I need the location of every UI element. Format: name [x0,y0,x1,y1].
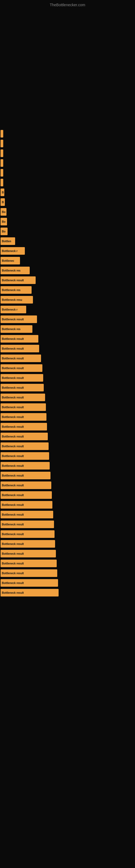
bar-row: Bottleneck result [1,588,135,597]
bar-row: Bottleneck result [1,490,135,500]
bar-row [1,148,135,158]
bar-fill: Bottleneck result [1,491,52,499]
bar-fill: Bottleneck result [1,423,47,431]
bar-fill: Bottleneck res [1,325,32,333]
bar-row: Bottleneck result [1,393,135,402]
bar-fill: Bottleneck result [1,394,45,401]
bar-fill: Bottleneck result [1,335,38,343]
bar-row [1,168,135,178]
bar-fill: Bottleneck result [1,403,46,411]
bar-row: Bottleneck result [1,422,135,432]
bar-fill: Bottleneck result [1,540,55,548]
bar-fill: Bottleneck result [1,384,44,392]
bar-fill: Bottleneck res [1,286,32,294]
bar-fill [1,169,3,177]
bar-fill: Bottleneck result [1,560,57,567]
bar-row: Bottleneck result [1,461,135,471]
bar-row: Bottlenec [1,256,135,266]
bar-fill: Bottleneck r [1,247,25,255]
site-title: TheBottlenecker.com [0,0,135,8]
bar-row: Bottleneck result [1,373,135,383]
bar-row: Bottleneck result [1,441,135,451]
bar-fill: B [1,198,5,206]
bar-row: Bottleneck result [1,432,135,441]
bar-fill: Bottleneck result [1,345,39,352]
bar-fill: Bo [1,208,6,216]
bar-fill: Bottleneck result [1,501,52,508]
bar-fill [1,140,3,147]
bar-row: Bottleneck res [1,266,135,275]
bar-fill: Bottleneck result [1,579,58,587]
bar-row: Bottleneck result [1,353,135,363]
bar-fill: Bottlenec [1,257,20,265]
bar-fill: Bottleneck res [1,267,30,274]
bar-row: Bo [1,226,135,236]
bar-row: Bo [1,217,135,226]
bar-fill: Bottleneck result [1,315,37,323]
bar-fill: Bottleneck result [1,589,58,596]
bar-fill: Bottleneck result [1,452,49,460]
bar-row: Bottleneck result [1,539,135,549]
bar-fill: Bottleneck result [1,511,53,518]
bar-fill: Bottleneck result [1,550,56,557]
chart-area [3,11,132,125]
bar-row: Bottleneck result [1,402,135,412]
bar-fill: Bo [1,218,7,225]
bar-row [1,138,135,148]
bar-row: Bottleneck r [1,246,135,256]
bar-row: Bottleneck result [1,568,135,578]
bar-row: Bottlen [1,236,135,246]
bar-row: Bottleneck result [1,334,135,344]
bar-fill: Bottleneck result [1,569,57,577]
bar-row: Bottleneck result [1,314,135,324]
bar-row: Bottleneck result [1,529,135,539]
bar-fill: Bottleneck result [1,364,42,372]
bar-row: Bottleneck result [1,344,135,353]
bar-fill: Bottlen [1,237,15,245]
bar-row: Bottleneck resu [1,295,135,305]
bar-fill: Bottleneck resu [1,296,33,304]
bar-row: Bottleneck result [1,412,135,422]
bar-row: Bottleneck result [1,549,135,558]
bar-fill: Bottleneck result [1,442,49,450]
bar-fill: Bottleneck result [1,530,54,538]
bar-fill: Bottleneck result [1,472,50,479]
bar-row: Bottleneck result [1,471,135,480]
bar-fill: Bottleneck result [1,521,54,528]
bar-fill [1,179,3,186]
bar-row: B [1,187,135,197]
bar-row: Bottleneck result [1,363,135,373]
bar-row: Bottleneck result [1,500,135,510]
bar-row: Bottleneck result [1,558,135,568]
bar-row: Bottleneck result [1,451,135,461]
bar-row [1,129,135,138]
bar-fill: Bottleneck r [1,306,26,313]
bar-fill [1,159,3,167]
bar-fill: Bottleneck result [1,482,51,489]
bar-row: Bottleneck result [1,275,135,285]
bar-row: Bottleneck result [1,480,135,490]
bar-fill: B [1,188,4,196]
bar-row: Bottleneck res [1,324,135,334]
bar-row: Bottleneck result [1,383,135,393]
bar-row: Bottleneck result [1,510,135,520]
bar-fill: Bottleneck result [1,276,36,284]
bar-fill: Bottleneck result [1,433,48,440]
bar-row: Bottleneck result [1,578,135,588]
bar-row [1,158,135,168]
bar-row: Bottleneck res [1,285,135,295]
bar-row: B [1,197,135,207]
bar-row: Bottleneck result [1,520,135,529]
bar-fill: Bottleneck result [1,374,43,382]
bar-fill: Bottleneck result [1,462,50,469]
page-wrapper: TheBottlenecker.com BBBoBoBoBottlenBottl… [0,0,135,599]
bar-fill [1,150,3,157]
bar-row: Bo [1,207,135,217]
bar-fill: Bottleneck result [1,354,41,362]
bar-fill: Bo [1,227,8,235]
bars-section: BBBoBoBoBottlenBottleneck rBottlenecBott… [0,128,135,599]
bar-fill [1,130,3,137]
bar-row: Bottleneck r [1,305,135,314]
bar-fill: Bottleneck result [1,413,46,421]
bar-row [1,178,135,187]
